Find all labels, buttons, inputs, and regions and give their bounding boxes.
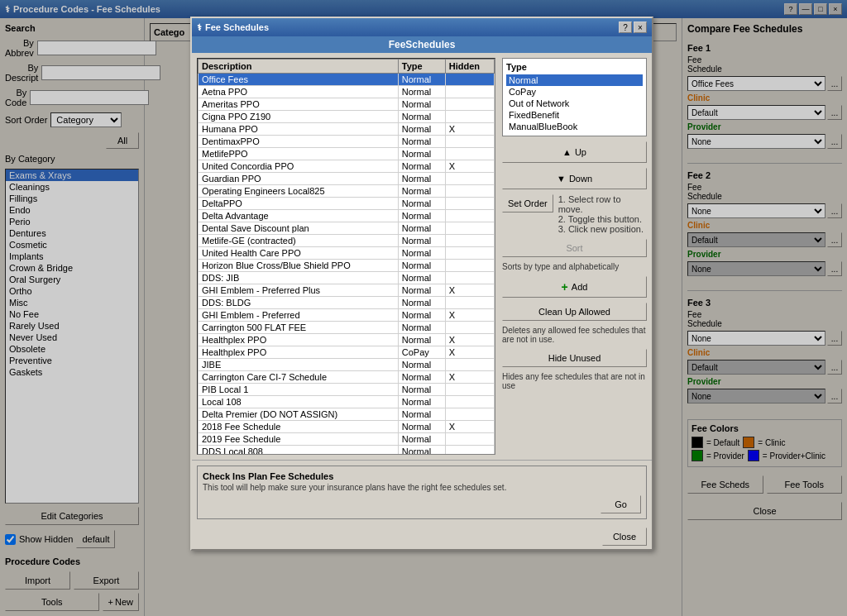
hide-description: Hides any fee schedules that are not in …: [502, 372, 647, 390]
table-row[interactable]: Healthplex PPONormalX: [199, 334, 495, 346]
cell-type: Normal: [398, 247, 445, 260]
cell-type: Normal: [398, 148, 445, 160]
cell-description: DDS Local 808: [199, 446, 399, 456]
cell-description: Carrington 500 FLAT FEE: [199, 322, 399, 334]
up-button[interactable]: ▲ Up: [502, 141, 647, 163]
cell-description: GHI Emblem - Preferred Plus: [199, 284, 399, 297]
cell-type: Normal: [398, 359, 445, 371]
table-row[interactable]: JIBENormal: [199, 359, 495, 371]
table-row[interactable]: Healthplex PPOCoPayX: [199, 346, 495, 359]
table-row[interactable]: DDS: BLDGNormal: [199, 297, 495, 309]
cell-description: Guardian PPO: [199, 173, 399, 185]
table-row[interactable]: DDS: JIBNormal: [199, 272, 495, 284]
cell-type: Normal: [398, 384, 445, 396]
sort-button[interactable]: Sort: [502, 239, 647, 257]
table-row[interactable]: Metlife-GE (contracted)Normal: [199, 235, 495, 247]
cell-hidden: [445, 98, 494, 111]
table-row[interactable]: Aetna PPONormal: [199, 86, 495, 98]
set-order-button[interactable]: Set Order: [502, 194, 553, 212]
table-row[interactable]: Dental Save Discount planNormal: [199, 222, 495, 235]
cell-description: Horizon Blue Cross/Blue Shield PPO: [199, 260, 399, 272]
add-label: Add: [572, 282, 588, 292]
cell-type: Normal: [398, 235, 445, 247]
type-list: NormalCoPayOut of NetworkFixedBenefitMan…: [506, 74, 643, 132]
table-row[interactable]: Horizon Blue Cross/Blue Shield PPONormal: [199, 260, 495, 272]
modal-controls: ? ×: [619, 21, 647, 33]
cell-hidden: [445, 74, 494, 86]
modal-close-button[interactable]: Close: [602, 528, 647, 546]
cell-hidden: X: [445, 371, 494, 384]
table-row[interactable]: PIB Local 1Normal: [199, 384, 495, 396]
modal-footer: Close: [192, 524, 652, 549]
cell-hidden: [445, 222, 494, 235]
cell-hidden: [445, 136, 494, 148]
table-row[interactable]: DeltaPPONormal: [199, 198, 495, 210]
modal-help-button[interactable]: ?: [619, 21, 632, 33]
fee-table-header: Description Type Hidden: [199, 60, 495, 74]
cell-type: Normal: [398, 408, 445, 421]
cell-hidden: [445, 111, 494, 123]
modal-overlay: ⚕ Fee Schedules ? × FeeSchedules Descrip…: [0, 0, 847, 616]
type-list-item[interactable]: ManualBlueBook: [506, 121, 643, 132]
type-list-item[interactable]: FixedBenefit: [506, 109, 643, 121]
cell-hidden: [445, 260, 494, 272]
cell-description: Delta Premier (DO NOT ASSIGN): [199, 408, 399, 421]
table-row[interactable]: Delta Premier (DO NOT ASSIGN)Normal: [199, 408, 495, 421]
add-button[interactable]: + Add: [502, 276, 647, 298]
table-row[interactable]: Ameritas PPONormal: [199, 98, 495, 111]
table-row[interactable]: Guardian PPONormal: [199, 173, 495, 185]
modal-title: Fee Schedules: [205, 22, 269, 32]
modal-close-x-button[interactable]: ×: [634, 21, 647, 33]
cleanup-button[interactable]: Clean Up Allowed: [502, 303, 647, 321]
cell-hidden: [445, 247, 494, 260]
cell-type: Normal: [398, 396, 445, 408]
cell-hidden: X: [445, 123, 494, 136]
modal-bottom: Check Ins Plan Fee Schedules This tool w…: [192, 460, 652, 524]
cell-type: Normal: [398, 74, 445, 86]
table-row[interactable]: Cigna PPO Z190Normal: [199, 111, 495, 123]
table-row[interactable]: Operating Engineers Local825Normal: [199, 185, 495, 198]
table-row[interactable]: 2018 Fee ScheduleNormalX: [199, 421, 495, 433]
table-row[interactable]: Carrington 500 FLAT FEENormal: [199, 322, 495, 334]
table-row[interactable]: Delta AdvantageNormal: [199, 210, 495, 222]
modal-icon: ⚕: [197, 22, 202, 33]
cell-type: Normal: [398, 173, 445, 185]
cell-type: Normal: [398, 86, 445, 98]
cell-description: Operating Engineers Local825: [199, 185, 399, 198]
type-list-item[interactable]: Normal: [506, 74, 643, 86]
table-row[interactable]: Carrington Care CI-7 ScheduleNormalX: [199, 371, 495, 384]
cell-hidden: [445, 446, 494, 456]
cell-hidden: [445, 396, 494, 408]
cell-description: JIBE: [199, 359, 399, 371]
cell-description: Office Fees: [199, 74, 399, 86]
col-type: Type: [398, 60, 445, 74]
cell-type: Normal: [398, 185, 445, 198]
fee-table-container[interactable]: Description Type Hidden Office FeesNorma…: [197, 58, 495, 455]
table-row[interactable]: DDS Local 808Normal: [199, 446, 495, 456]
hide-unused-button[interactable]: Hide Unused: [502, 349, 647, 367]
cell-type: Normal: [398, 322, 445, 334]
table-row[interactable]: GHI Emblem - PreferredNormalX: [199, 309, 495, 322]
table-row[interactable]: United Concordia PPONormalX: [199, 160, 495, 173]
table-row[interactable]: GHI Emblem - Preferred PlusNormalX: [199, 284, 495, 297]
table-row[interactable]: DentimaxPPONormal: [199, 136, 495, 148]
cell-description: Carrington Care CI-7 Schedule: [199, 371, 399, 384]
cell-hidden: X: [445, 346, 494, 359]
go-button[interactable]: Go: [601, 495, 641, 513]
up-arrow-icon: ▲: [562, 147, 572, 157]
cell-type: Normal: [398, 98, 445, 111]
type-section: Type NormalCoPayOut of NetworkFixedBenef…: [502, 58, 647, 136]
modal-header: FeeSchedules: [192, 36, 652, 53]
table-row[interactable]: United Health Care PPONormal: [199, 247, 495, 260]
table-row[interactable]: Humana PPONormalX: [199, 123, 495, 136]
table-row[interactable]: MetlifePPONormal: [199, 148, 495, 160]
type-list-item[interactable]: CoPay: [506, 86, 643, 98]
table-row[interactable]: 2019 Fee ScheduleNormal: [199, 433, 495, 446]
table-row[interactable]: Local 108Normal: [199, 396, 495, 408]
check-ins-title: Check Ins Plan Fee Schedules: [203, 471, 641, 481]
down-button[interactable]: ▼ Down: [502, 168, 647, 189]
cell-hidden: X: [445, 284, 494, 297]
type-list-item[interactable]: Out of Network: [506, 98, 643, 109]
table-row[interactable]: Office FeesNormal: [199, 74, 495, 86]
cell-type: Normal: [398, 123, 445, 136]
